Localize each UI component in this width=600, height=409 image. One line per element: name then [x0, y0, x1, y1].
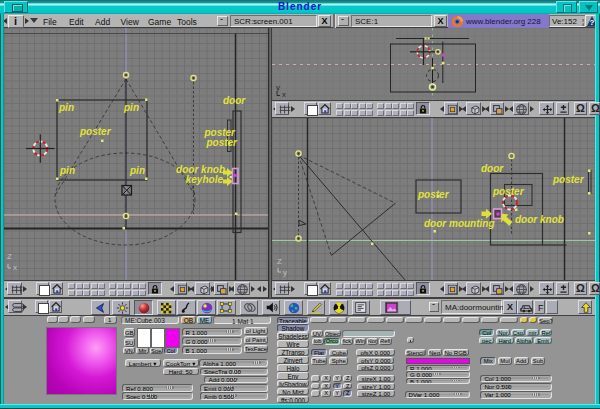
svg-text:x: x [13, 263, 17, 272]
svg-text:Z: Z [277, 257, 282, 266]
svg-text:Z: Z [7, 252, 12, 261]
svg-text:y: y [276, 83, 280, 92]
svg-text:y: y [283, 268, 287, 277]
svg-text:x: x [282, 90, 286, 99]
